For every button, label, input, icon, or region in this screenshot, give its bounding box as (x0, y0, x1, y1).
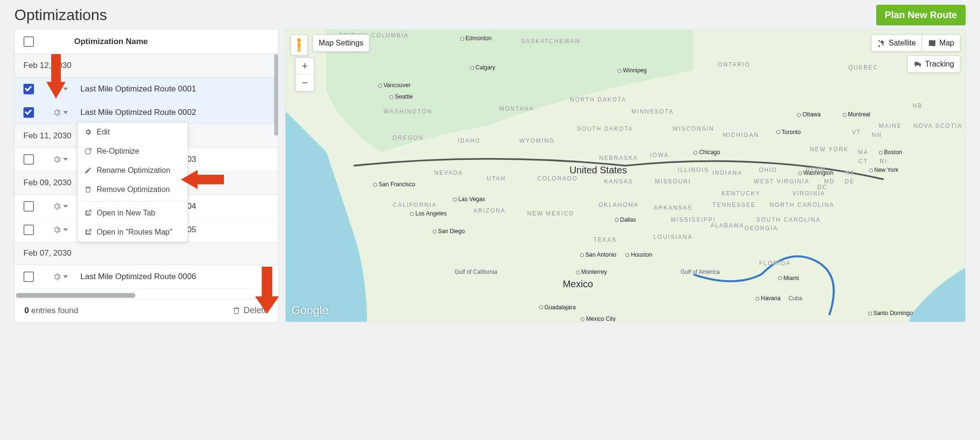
streetview-pegman[interactable] (290, 34, 308, 56)
map-label: DE (845, 178, 855, 185)
map-label: Los Angeles (410, 210, 446, 217)
map-label: ONTARIO (718, 61, 750, 68)
row-checkbox[interactable] (23, 201, 34, 212)
svg-rect-4 (300, 48, 301, 52)
select-all-checkbox[interactable] (23, 36, 34, 47)
menu-open-routes-map[interactable]: Open in "Routes Map" (78, 223, 188, 242)
scrollbar-horizontal[interactable] (16, 293, 135, 298)
caret-down-icon (63, 275, 68, 278)
map-label: San Diego (433, 228, 465, 235)
map-label: Gulf of America (680, 269, 720, 275)
pencil-icon (84, 167, 92, 174)
row-actions-menu-trigger[interactable] (52, 155, 68, 164)
map-label: NORTH DAKOTA (570, 96, 626, 103)
optimization-row[interactable]: Last Mile Optimized Route 0002 (15, 101, 278, 124)
map-label: SOUTH CAROLINA (756, 216, 821, 223)
refresh-icon (84, 147, 92, 155)
map-label: San Francisco (373, 181, 415, 188)
svg-rect-2 (298, 42, 301, 48)
map-label: WISCONSIN (672, 125, 714, 132)
external-link-icon (84, 209, 92, 217)
map-label: Edmonton (460, 35, 492, 42)
map-label: NORTH CAROLINA (770, 202, 835, 208)
menu-open-routes-map-label: Open in "Routes Map" (97, 228, 172, 237)
menu-remove[interactable]: Remove Optimization (78, 180, 188, 199)
map-label: COLORADO (537, 175, 578, 182)
caret-down-icon (63, 158, 68, 161)
map-label: Toronto (776, 129, 801, 135)
optimization-row[interactable]: Last Mile Optimized Route 0006 (15, 265, 278, 289)
satellite-icon (877, 39, 886, 47)
map-label: ALABAMA (711, 222, 745, 229)
map-label: NB (913, 102, 923, 109)
map-settings-button[interactable]: Map Settings (312, 34, 369, 52)
map-label: LOUISIANA (653, 234, 692, 240)
row-actions-menu-trigger[interactable] (52, 202, 68, 211)
map-label: KENTUCKY (722, 190, 760, 197)
zoom-out-button[interactable]: − (296, 74, 314, 91)
menu-edit[interactable]: Edit (78, 123, 188, 142)
row-checkbox[interactable] (23, 154, 34, 165)
zoom-in-button[interactable]: + (296, 58, 314, 74)
row-checkbox[interactable] (23, 225, 34, 235)
svg-point-1 (297, 38, 301, 42)
satellite-button[interactable]: Satellite (871, 34, 922, 52)
caret-down-icon (63, 205, 68, 208)
map-label: MA (858, 149, 869, 156)
trash-icon (232, 306, 241, 315)
scrollbar-vertical[interactable] (274, 54, 278, 135)
row-context-menu: Edit Re-Optimize Rename Optimization Rem… (77, 122, 188, 242)
row-actions-menu-trigger[interactable] (52, 225, 68, 235)
map-label: VT (852, 129, 861, 135)
truck-icon (913, 60, 922, 68)
map-label: Guadalajara (539, 304, 576, 311)
map-type-button[interactable]: Map (922, 34, 960, 52)
row-checkbox[interactable] (23, 271, 34, 282)
map-label: WYOMING (519, 137, 555, 144)
map-label: SOUTH DAKOTA (577, 125, 633, 132)
plan-new-route-button[interactable]: Plan New Route (876, 5, 966, 25)
map-label: RI (880, 158, 888, 165)
map-label: San Antonio (580, 251, 616, 258)
annotation-arrow-icon (255, 267, 279, 315)
entries-found-label: 0 entries found (24, 306, 78, 316)
menu-rename-label: Rename Optimization (97, 166, 170, 175)
map-label: Mexico (563, 278, 593, 289)
map-label: Calgary (470, 64, 495, 71)
map-attribution: Google (291, 304, 328, 317)
map-label: MISSISSIPPI (671, 216, 715, 223)
row-actions-menu-trigger[interactable] (52, 272, 68, 282)
column-header-name: Optimization Name (74, 37, 148, 46)
satellite-label: Satellite (889, 39, 916, 47)
annotation-arrow-icon (46, 54, 66, 101)
map-label: KANSAS (604, 178, 633, 185)
map-label: MICHIGAN (723, 132, 759, 138)
menu-reoptimize[interactable]: Re-Optimize (78, 142, 188, 161)
map-label: Chicago (694, 149, 720, 156)
map-label: IDAHO (457, 137, 480, 144)
gear-icon (52, 155, 62, 164)
map-label: ARKANSAS (654, 204, 692, 211)
caret-down-icon (63, 111, 68, 114)
map-label: OHIO (759, 167, 778, 173)
menu-rename[interactable]: Rename Optimization (78, 161, 188, 180)
row-actions-menu-trigger[interactable] (52, 108, 68, 117)
menu-reoptimize-label: Re-Optimize (97, 147, 139, 156)
list-body[interactable]: Feb 12, 2030 Last Mile Optimized Route 0… (15, 54, 278, 299)
menu-open-new-tab[interactable]: Open in New Tab (78, 203, 188, 223)
map-label: NH (872, 132, 882, 138)
map-label: GEORGIA (745, 225, 778, 232)
map-type-label: Map (939, 39, 954, 47)
map-label: NEVADA (434, 169, 463, 176)
list-header: Optimization Name (15, 30, 278, 54)
tracking-button[interactable]: Tracking (907, 56, 960, 73)
optimization-name: Last Mile Optimized Route 0002 (80, 108, 196, 117)
map-label: Dallas (615, 216, 636, 223)
zoom-control: + − (295, 57, 314, 91)
gear-icon (52, 108, 62, 117)
map-label: MONTANA (499, 105, 534, 112)
map-label: IOWA (650, 152, 669, 158)
map-panel[interactable]: United StatesMexicoEdmontonCalgaryVancou… (285, 29, 966, 322)
row-checkbox[interactable] (23, 84, 34, 94)
row-checkbox[interactable] (23, 107, 34, 118)
